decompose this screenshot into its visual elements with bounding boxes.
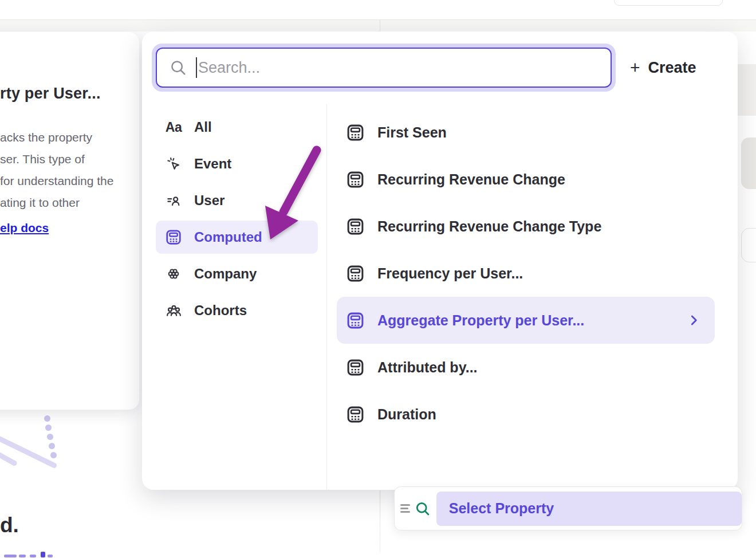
cohorts-people-icon bbox=[164, 302, 183, 319]
calculator-icon bbox=[346, 123, 365, 142]
property-item-first-seen[interactable]: First Seen bbox=[337, 109, 715, 156]
calculator-icon bbox=[346, 405, 365, 424]
chevron-right-icon bbox=[686, 313, 701, 328]
text-aa-icon: Aa bbox=[164, 120, 183, 135]
create-button[interactable]: + Create bbox=[630, 53, 696, 82]
clipped-right-chip bbox=[741, 137, 756, 189]
cursor-click-icon bbox=[164, 156, 183, 172]
clipped-right-card-corner bbox=[741, 228, 756, 262]
calculator-icon bbox=[346, 311, 365, 330]
clipped-top-button[interactable] bbox=[614, 0, 723, 6]
decorative-dot bbox=[50, 452, 57, 458]
property-item-attributed-by[interactable]: Attributed by... bbox=[337, 344, 715, 391]
decorative-dot bbox=[44, 415, 50, 422]
property-item-label: Frequency per User... bbox=[377, 265, 523, 282]
property-item-label: Recurring Revenue Change Type bbox=[377, 218, 601, 235]
calculator-icon bbox=[164, 229, 183, 246]
calculator-icon bbox=[346, 217, 365, 236]
tooltip-body-line: acks the property bbox=[0, 131, 92, 144]
calculator-icon bbox=[346, 358, 365, 377]
decorative-dot bbox=[49, 443, 55, 449]
category-label: Company bbox=[194, 266, 257, 282]
property-item-frequency-per-user[interactable]: Frequency per User... bbox=[337, 250, 715, 297]
clipped-link-fragment bbox=[30, 555, 36, 557]
category-label: Cohorts bbox=[194, 302, 247, 319]
property-item-label: Recurring Revenue Change bbox=[377, 171, 565, 188]
tooltip-body-line: ser. This type of bbox=[0, 152, 85, 166]
property-selector-card: Select Property bbox=[394, 486, 742, 531]
search-focus-halo bbox=[152, 44, 616, 92]
decorative-line bbox=[0, 447, 18, 467]
category-label: Event bbox=[194, 156, 231, 172]
clipped-link-fragment bbox=[19, 555, 26, 557]
tooltip-body-line: for understanding the bbox=[0, 174, 113, 188]
property-search-icon bbox=[415, 501, 431, 517]
property-item-label: First Seen bbox=[377, 124, 447, 141]
clipped-link-fragment bbox=[41, 552, 45, 557]
tooltip-body-line: ating it to other bbox=[0, 196, 80, 210]
decorative-dot bbox=[47, 434, 53, 440]
plus-icon: + bbox=[630, 59, 640, 76]
property-item-label: Attributed by... bbox=[377, 359, 478, 376]
page-vertical-divider-top bbox=[380, 19, 380, 32]
select-property-button[interactable]: Select Property bbox=[436, 492, 742, 526]
create-button-label: Create bbox=[648, 59, 696, 77]
help-docs-link[interactable]: elp docs bbox=[0, 221, 49, 235]
decorative-dot bbox=[45, 425, 52, 431]
tooltip-title: rty per User... bbox=[0, 85, 101, 103]
select-property-label: Select Property bbox=[449, 500, 554, 517]
user-list-icon bbox=[164, 193, 183, 209]
property-tooltip-card: rty per User... acks the property ser. T… bbox=[0, 32, 139, 410]
property-item-recurring-revenue-change-type[interactable]: Recurring Revenue Change Type bbox=[337, 203, 715, 250]
property-picker-modal: + Create Aa All Event bbox=[142, 32, 738, 490]
text-cursor bbox=[196, 57, 197, 78]
category-user[interactable]: User bbox=[156, 184, 318, 217]
clipped-link-fragment bbox=[48, 555, 53, 557]
page-vertical-divider-bottom bbox=[380, 490, 380, 552]
calculator-icon bbox=[346, 170, 365, 189]
property-item-aggregate-property-per-user[interactable]: Aggregate Property per User... bbox=[337, 297, 715, 344]
property-item-label: Duration bbox=[377, 406, 436, 423]
calculator-icon bbox=[346, 264, 365, 283]
clipped-right-panel bbox=[738, 64, 756, 116]
category-all[interactable]: Aa All bbox=[156, 111, 318, 144]
category-cohorts[interactable]: Cohorts bbox=[156, 294, 318, 327]
picker-column-divider bbox=[326, 104, 327, 490]
company-cluster-icon bbox=[164, 266, 183, 282]
search-box[interactable] bbox=[156, 48, 612, 88]
clipped-link-fragment bbox=[4, 555, 17, 557]
screen: rty per User... acks the property ser. T… bbox=[0, 0, 756, 558]
property-item-label: Aggregate Property per User... bbox=[377, 312, 584, 329]
category-event[interactable]: Event bbox=[156, 147, 318, 180]
category-company[interactable]: Company bbox=[156, 257, 318, 290]
category-label: Computed bbox=[194, 229, 262, 245]
category-label: All bbox=[194, 119, 212, 135]
category-label: User bbox=[194, 192, 225, 209]
drag-handle-icon[interactable] bbox=[400, 502, 410, 515]
page-header-band bbox=[0, 19, 756, 32]
category-computed[interactable]: Computed bbox=[156, 221, 318, 254]
clipped-heading-fragment: d. bbox=[0, 513, 19, 537]
property-item-duration[interactable]: Duration bbox=[337, 391, 715, 438]
search-icon bbox=[170, 59, 187, 76]
property-item-recurring-revenue-change[interactable]: Recurring Revenue Change bbox=[337, 156, 715, 203]
search-input[interactable] bbox=[198, 59, 611, 77]
